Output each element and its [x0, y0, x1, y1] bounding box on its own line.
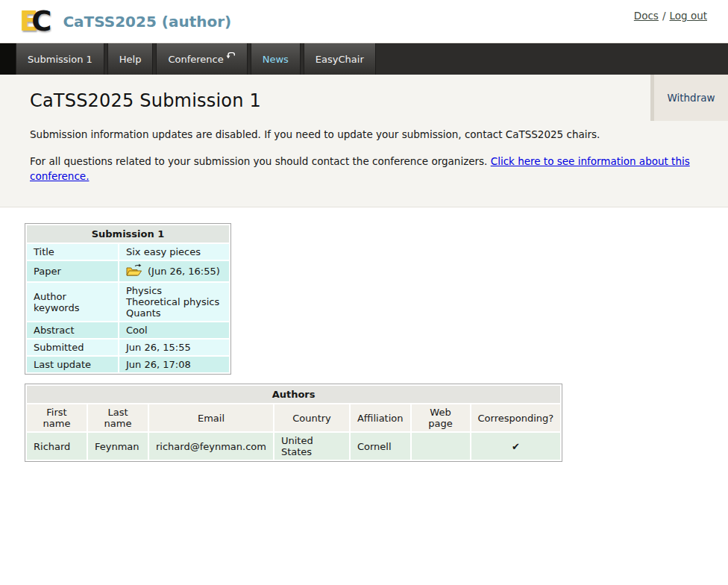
authors-table-title: Authors: [27, 386, 560, 403]
link-separator: /: [662, 10, 666, 22]
nav-submission-1-label: Submission 1: [28, 54, 92, 65]
submitted-value: Jun 26, 15:55: [119, 340, 229, 355]
title-label: Title: [27, 244, 118, 260]
submitted-label: Submitted: [27, 340, 118, 355]
table-row-keywords: Author keywords Physics Theoretical phys…: [27, 283, 229, 321]
author-first-name: Richard: [27, 433, 87, 460]
authors-table: Authors First name Last name Email Count…: [25, 384, 562, 462]
author-row: Richard Feynman richard@feynman.com Unit…: [27, 433, 560, 460]
nav-news-label: News: [263, 54, 289, 65]
title-value: Six easy pieces: [119, 244, 229, 260]
conference-info-paragraph: For all questions related to your submis…: [30, 154, 698, 185]
nav-submission-1[interactable]: Submission 1: [16, 43, 104, 75]
main-content: Submission 1 Title Six easy pieces Paper: [0, 207, 728, 462]
col-web-page: Web page: [412, 404, 470, 431]
last-update-label: Last update: [27, 357, 118, 372]
keywords-label: Author keywords: [27, 283, 118, 321]
nav-conference[interactable]: Conference: [156, 43, 247, 75]
submission-table-title: Submission 1: [27, 225, 229, 243]
site-title: CaTSS2025 (author): [63, 13, 231, 31]
keyword-item: Quants: [126, 307, 222, 319]
main-navbar: Submission 1 Help Conference News EasyCh…: [0, 43, 728, 75]
author-web-page: [412, 433, 470, 460]
open-folder-download-icon[interactable]: [126, 263, 142, 279]
keywords-value: Physics Theoretical physics Quants: [119, 283, 229, 321]
top-header: EC CaTSS2025 (author) Docs/Log out: [0, 0, 728, 43]
authors-column-header-row: First name Last name Email Country Affil…: [27, 404, 560, 431]
logo-letter-e: E: [19, 5, 31, 37]
col-corresponding: Corresponding?: [471, 404, 561, 431]
nav-easychair[interactable]: EasyChair: [304, 43, 376, 75]
return-icon: [226, 50, 236, 61]
submission-table: Submission 1 Title Six easy pieces Paper: [25, 223, 231, 375]
updates-disabled-notice: Submission information updates are disab…: [30, 128, 698, 143]
abstract-value: Cool: [119, 322, 229, 338]
paper-label: Paper: [27, 261, 118, 281]
withdraw-tab[interactable]: Withdraw: [650, 75, 728, 121]
paper-timestamp: (Jun 26, 16:55): [148, 266, 220, 277]
last-update-value: Jun 26, 17:08: [119, 357, 229, 372]
table-row-abstract: Abstract Cool: [27, 322, 229, 338]
author-affiliation: Cornell: [351, 433, 410, 460]
table-row-title: Title Six easy pieces: [27, 244, 229, 260]
col-country: Country: [274, 404, 349, 431]
docs-link[interactable]: Docs: [634, 10, 659, 22]
authors-table-title-row: Authors: [27, 386, 560, 403]
nav-conference-label: Conference: [168, 54, 223, 65]
table-row-submitted: Submitted Jun 26, 15:55: [27, 340, 229, 355]
page-title: CaTSS2025 Submission 1: [30, 90, 698, 111]
author-country: United States: [274, 433, 349, 460]
col-first-name: First name: [27, 404, 87, 431]
nav-help-label: Help: [119, 54, 142, 65]
logo-letter-c: C: [31, 5, 45, 37]
col-affiliation: Affiliation: [351, 404, 410, 431]
author-corresponding-check: ✔: [471, 433, 561, 460]
nav-help[interactable]: Help: [107, 43, 154, 75]
conference-info-text: For all questions related to your submis…: [30, 155, 491, 167]
table-row-last-update: Last update Jun 26, 17:08: [27, 357, 229, 372]
author-email: richard@feynman.com: [149, 433, 273, 460]
logout-link[interactable]: Log out: [669, 10, 707, 22]
col-email: Email: [149, 404, 273, 431]
author-last-name: Feynman: [88, 433, 148, 460]
nav-news[interactable]: News: [251, 43, 301, 75]
submission-table-header-row: Submission 1: [27, 225, 229, 243]
header-links: Docs/Log out: [634, 10, 707, 22]
keyword-item: Theoretical physics: [126, 296, 222, 307]
keyword-item: Physics: [126, 285, 222, 296]
col-last-name: Last name: [88, 404, 148, 431]
nav-easychair-label: EasyChair: [316, 54, 364, 65]
nav-left-spacer: [0, 43, 16, 75]
page-header-band: Withdraw CaTSS2025 Submission 1 Submissi…: [0, 75, 728, 207]
paper-value-cell: (Jun 26, 16:55): [126, 263, 222, 279]
easychair-logo: EC: [19, 7, 55, 35]
table-row-paper: Paper (Jun 26, 16:55): [27, 261, 229, 281]
abstract-label: Abstract: [27, 322, 118, 338]
withdraw-tab-label: Withdraw: [667, 92, 715, 104]
